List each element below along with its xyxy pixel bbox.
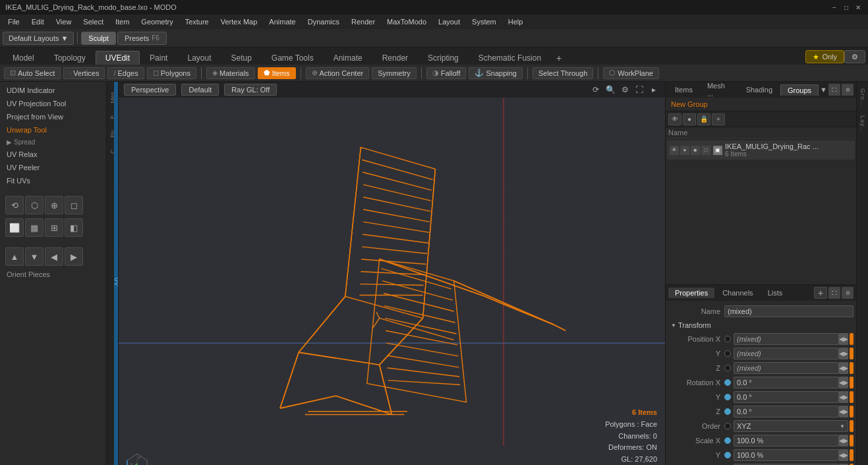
tab-channels[interactable]: Channels (716, 288, 759, 298)
uv-relax-tool[interactable]: UV Relax (3, 148, 103, 160)
tab-animate[interactable]: Animate (324, 51, 372, 65)
scale-y-radio[interactable] (724, 452, 731, 458)
menu-maxtomodo[interactable]: MaxToModo (382, 16, 432, 27)
tab-mesh[interactable]: Mesh ... (701, 80, 738, 99)
scale-y-value[interactable]: 100.0 % (734, 449, 839, 461)
right-side-up-arrow[interactable]: ▲ (858, 462, 867, 465)
items-add-icon[interactable]: + (712, 113, 725, 125)
tab-layout[interactable]: Layout (177, 51, 221, 65)
list-item-0[interactable]: 👁 ● ■ □ ▣ IKEA_MULIG_Drying_Rac ... 6 It… (667, 140, 855, 160)
render-dot-icon[interactable]: ● (680, 146, 689, 155)
project-from-view-tool[interactable]: Project from View (3, 111, 103, 123)
vertices-button[interactable]: · Vertices (63, 67, 105, 79)
order-radio[interactable] (724, 423, 731, 429)
udim-indicator-tool[interactable]: UDIM Indicator (3, 84, 103, 96)
tab-paint[interactable]: Paint (140, 51, 177, 65)
spread-section[interactable]: ▶ Spread (3, 137, 103, 147)
menu-animate[interactable]: Animate (264, 16, 301, 27)
transform-section[interactable]: ▼ Transform (668, 319, 854, 331)
items-eye-icon[interactable]: 👁 (668, 113, 681, 125)
auto-select-button[interactable]: ⊡ Auto Select (4, 67, 61, 79)
viewport[interactable]: Perspective Default Ray GL: Off ⟳ 🔍 ⚙ ⛶ … (119, 82, 665, 465)
items-render-icon[interactable]: ● (683, 113, 696, 125)
icon-btn-7[interactable]: ⊞ (45, 218, 63, 237)
vp-icon-zoom[interactable]: 🔍 (604, 84, 616, 96)
menu-vertex-map[interactable]: Vertex Map (216, 16, 263, 27)
materials-button[interactable]: ◈ Materials (206, 67, 255, 79)
presets-button[interactable]: Presets F6 (117, 32, 167, 45)
vp-icon-expand[interactable]: ⛶ (633, 84, 645, 96)
menu-layout[interactable]: Layout (433, 16, 465, 27)
props-settings[interactable]: ⚙ (842, 287, 854, 299)
name-value[interactable]: (mixed) (724, 305, 854, 317)
position-x-radio[interactable] (724, 336, 731, 342)
lock-icon[interactable]: ■ (691, 146, 700, 155)
vp-icon-rotate[interactable]: ⟳ (590, 84, 602, 96)
maximize-button[interactable]: □ (842, 3, 851, 12)
tab-properties[interactable]: Properties (668, 288, 714, 298)
rotation-z-arrow[interactable]: ◀▶ (839, 406, 848, 418)
icon-btn-8[interactable]: ◧ (65, 218, 83, 237)
box-icon[interactable]: □ (701, 146, 710, 155)
arrow-down-btn[interactable]: ▼ (25, 247, 43, 266)
scale-x-value[interactable]: 100.0 % (734, 435, 839, 447)
tab-uvedit[interactable]: UVEdit (96, 51, 140, 65)
close-button[interactable]: ✕ (854, 3, 863, 12)
scale-x-arrow[interactable]: ◀▶ (839, 435, 848, 447)
rotation-y-value[interactable]: 0.0 ° (734, 391, 839, 403)
right-side-lay[interactable]: Lay... (858, 111, 867, 137)
position-z-value[interactable]: (mixed) (734, 362, 839, 374)
tab-scripting[interactable]: Scripting (418, 51, 469, 65)
menu-view[interactable]: View (51, 16, 77, 27)
layout-dropdown[interactable]: Default Layouts ▼ (3, 32, 74, 45)
falloff-button[interactable]: ◑ Falloff (426, 67, 467, 79)
position-y-value[interactable]: (mixed) (734, 348, 839, 359)
tab-lists[interactable]: Lists (761, 288, 790, 298)
position-x-arrow[interactable]: ◀▶ (839, 333, 848, 345)
position-y-radio[interactable] (724, 350, 731, 357)
rotation-z-radio[interactable] (724, 408, 731, 415)
menu-dynamics[interactable]: Dynamics (303, 16, 345, 27)
add-tab-button[interactable]: + (551, 51, 567, 65)
unwrap-tool[interactable]: Unwrap Tool (3, 124, 103, 136)
tab-schematic[interactable]: Schematic Fusion (469, 51, 551, 65)
nav-cube[interactable]: x y z (124, 450, 150, 465)
ray-gl-button[interactable]: Ray GL: Off (224, 84, 277, 96)
rotation-x-arrow[interactable]: ◀▶ (839, 377, 848, 388)
vp-icon-more[interactable]: ▸ (648, 84, 660, 96)
menu-file[interactable]: File (3, 16, 25, 27)
icon-btn-2[interactable]: ⬡ (25, 196, 43, 214)
position-z-arrow[interactable]: ◀▶ (839, 362, 848, 374)
menu-system[interactable]: System (467, 16, 502, 27)
props-add-btn[interactable]: + (814, 287, 827, 299)
tabs-more-btn[interactable]: ▼ (820, 86, 827, 94)
sculpt-button[interactable]: Sculpt (81, 32, 116, 45)
menu-texture[interactable]: Texture (180, 16, 214, 27)
position-z-radio[interactable] (724, 365, 731, 371)
items-button[interactable]: ⬟ Items (258, 67, 296, 79)
minimize-button[interactable]: − (830, 3, 839, 12)
arrow-right-btn[interactable]: ▶ (65, 247, 83, 266)
menu-select[interactable]: Select (78, 16, 109, 27)
select-through-button[interactable]: Select Through (533, 67, 593, 79)
rotation-x-radio[interactable] (724, 379, 731, 386)
menu-item[interactable]: Item (110, 16, 134, 27)
tab-shading[interactable]: Shading (739, 84, 779, 95)
arrow-left-btn[interactable]: ◀ (45, 247, 63, 266)
tab-render[interactable]: Render (372, 51, 418, 65)
uv-peeler-tool[interactable]: UV Peeler (3, 162, 103, 173)
only-button[interactable]: ★ Only (805, 50, 844, 63)
scale-y-arrow[interactable]: ◀▶ (839, 449, 848, 461)
rotation-y-radio[interactable] (724, 394, 731, 400)
workplane-button[interactable]: ⬡ WorkPlane (603, 67, 659, 79)
right-panel-expand[interactable]: ⛶ (828, 84, 840, 96)
tab-items[interactable]: Items (668, 84, 699, 95)
tab-setup[interactable]: Setup (221, 51, 261, 65)
default-button[interactable]: Default (181, 84, 219, 96)
polygons-button[interactable]: ◻ Polygons (147, 67, 196, 79)
icon-btn-6[interactable]: ▦ (25, 218, 43, 237)
action-center-button[interactable]: ⊕ Action Center (306, 67, 370, 79)
rotation-z-value[interactable]: 0.0 ° (734, 406, 839, 418)
rotation-y-arrow[interactable]: ◀▶ (839, 391, 848, 403)
right-panel-settings[interactable]: ⚙ (842, 84, 854, 96)
